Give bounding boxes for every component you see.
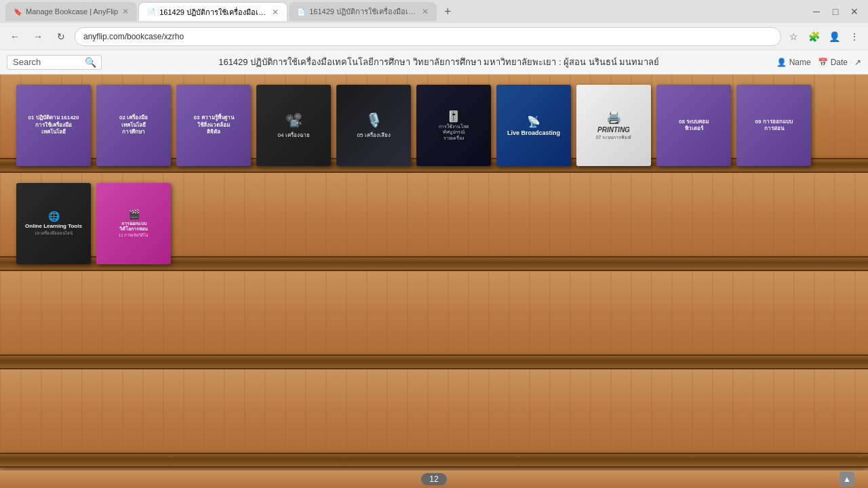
book-1[interactable]: 01 ปฏิบัติตาม 161420การใช้เครื่องมือเทคโ… xyxy=(16,85,91,166)
extensions-icon[interactable]: 🧩 xyxy=(806,28,822,45)
refresh-button[interactable]: ↻ xyxy=(52,27,71,46)
minimize-btn[interactable]: ─ xyxy=(808,3,825,20)
back-button[interactable]: ← xyxy=(5,27,24,46)
tab-bar: 🔖 Manage Bookcase | AnyFlip ✕ 📄 161429 ป… xyxy=(0,0,868,23)
book-11[interactable]: 🌐 Online Learning Tools 10 เครื่องมือออน… xyxy=(16,183,91,264)
tab-3-close[interactable]: ✕ xyxy=(422,7,429,16)
page-title: 161429 ปฏิบัติการใช้เครื่องมือเทคโนโลยีก… xyxy=(108,55,770,69)
profile-icon[interactable]: 👤 xyxy=(826,28,842,45)
share-icon: ↗ xyxy=(854,58,861,67)
book-6[interactable]: 🎚️ การใช้งานโสตทัศนูปกรณ์รายเครื่อง xyxy=(416,85,491,166)
browser-chrome: 🔖 Manage Bookcase | AnyFlip ✕ 📄 161429 ป… xyxy=(0,0,868,50)
search-icon: 🔍 xyxy=(85,57,96,68)
book-12-sub: 11 การผลิตวิดีโอ xyxy=(119,232,149,239)
book-4-title: 04 เครื่องฉาย xyxy=(277,131,309,140)
book-7-title: Live Broadcasting xyxy=(507,129,560,136)
book-8-sub: 07 ระบบการพิมพ์ xyxy=(596,134,632,141)
forward-button[interactable]: → xyxy=(28,27,47,46)
tab-2[interactable]: 📄 161429 ปฏิบัติการใช้เครื่องมือเทคโนโ..… xyxy=(138,2,288,21)
book-8-title: PRINTING xyxy=(597,126,630,134)
menu-icon[interactable]: ⋮ xyxy=(846,28,863,45)
book-8[interactable]: 🖨️ PRINTING 07 ระบบการพิมพ์ xyxy=(576,85,651,166)
book-3-title: 03 ความรู้พื้นฐานใช้สิ่งแวดล้อมดิจิตัล xyxy=(193,115,233,136)
browser-controls-bar: ← → ↻ anyflip.com/bookcase/xzrho ☆ 🧩 👤 ⋮ xyxy=(0,23,868,50)
name-sort-button[interactable]: 👤 Name xyxy=(776,58,811,67)
toolbar: 🔍 161429 ปฏิบัติการใช้เครื่องมือเทคโนโลย… xyxy=(0,50,868,75)
book-10[interactable]: 09 การออกแบบการสอน xyxy=(736,85,811,166)
book-4[interactable]: 📽️ 04 เครื่องฉาย xyxy=(256,85,331,166)
book-9[interactable]: 08 ระบบคอมพิวเตอร์ xyxy=(656,85,731,166)
toolbar-right: 👤 Name 📅 Date ↗ xyxy=(776,58,861,67)
bookmark-icon[interactable]: ☆ xyxy=(785,28,802,45)
address-bar[interactable]: anyflip.com/bookcase/xzrho xyxy=(75,27,781,46)
tab-1[interactable]: 🔖 Manage Bookcase | AnyFlip ✕ xyxy=(5,2,137,21)
tab-2-close[interactable]: ✕ xyxy=(272,7,279,17)
book-9-title: 08 ระบบคอมพิวเตอร์ xyxy=(679,119,709,133)
tab-3[interactable]: 📄 161429 ปฏิบัติการใช้เครื่องมือเทคโนโ..… xyxy=(289,2,437,21)
book-1-title: 01 ปฏิบัติตาม 161420การใช้เครื่องมือเทคโ… xyxy=(28,115,79,136)
book-10-title: 09 การออกแบบการสอน xyxy=(755,119,792,133)
book-7[interactable]: 06_1 การใช้งานเครื่องลายเครื่องเสียง 📡 L… xyxy=(496,85,571,166)
search-box: 🔍 xyxy=(7,55,102,70)
calendar-icon: 📅 xyxy=(818,58,828,67)
close-btn[interactable]: ✕ xyxy=(846,3,863,20)
scroll-to-top-button[interactable]: ▲ xyxy=(840,472,854,487)
shelf-3 xyxy=(0,271,868,369)
book-3[interactable]: 03 ความรู้พื้นฐานใช้สิ่งแวดล้อมดิจิตัล xyxy=(176,85,251,166)
book-5[interactable]: 🎙️ 05 เครื่องเสียง xyxy=(336,85,411,166)
shelf-3-bg xyxy=(0,271,868,369)
footer: 12 ▲ xyxy=(0,470,868,488)
book-2-title: 02 เครื่องมือเทคโนโลยีการศึกษา xyxy=(119,115,148,136)
new-tab-button[interactable]: + xyxy=(438,2,457,21)
book-11-title: Online Learning Tools xyxy=(25,223,82,230)
share-button[interactable]: ↗ xyxy=(854,58,861,67)
date-sort-button[interactable]: 📅 Date xyxy=(818,58,848,67)
shelf-4-bg xyxy=(0,369,868,468)
name-icon: 👤 xyxy=(776,58,787,67)
url-text: anyflip.com/bookcase/xzrho xyxy=(83,32,184,41)
book-12[interactable]: 🎬 การออกแบบวิดีโอการสอน 11 การผลิตวิดีโอ xyxy=(96,183,171,264)
shelf-4 xyxy=(0,369,868,468)
book-2[interactable]: 02 เครื่องมือเทคโนโลยีการศึกษา xyxy=(96,85,171,166)
book-6-title: การใช้งานโสตทัศนูปกรณ์รายเครื่อง xyxy=(439,124,469,141)
search-input[interactable] xyxy=(13,57,81,67)
maximize-btn[interactable]: □ xyxy=(827,3,844,20)
tab-1-close[interactable]: ✕ xyxy=(122,7,129,16)
page-count-badge: 12 xyxy=(421,473,446,485)
shelf-1: 01 ปฏิบัติตาม 161420การใช้เครื่องมือเทคโ… xyxy=(0,75,868,173)
book-11-sub: 10 เครื่องมือออนไลน์ xyxy=(35,230,72,237)
bookcase: 01 ปฏิบัติตาม 161420การใช้เครื่องมือเทคโ… xyxy=(0,75,868,470)
shelf-2: 🌐 Online Learning Tools 10 เครื่องมือออน… xyxy=(0,173,868,271)
book-12-title: การออกแบบวิดีโอการสอน xyxy=(119,221,148,232)
book-5-title: 05 เครื่องเสียง xyxy=(357,131,390,140)
